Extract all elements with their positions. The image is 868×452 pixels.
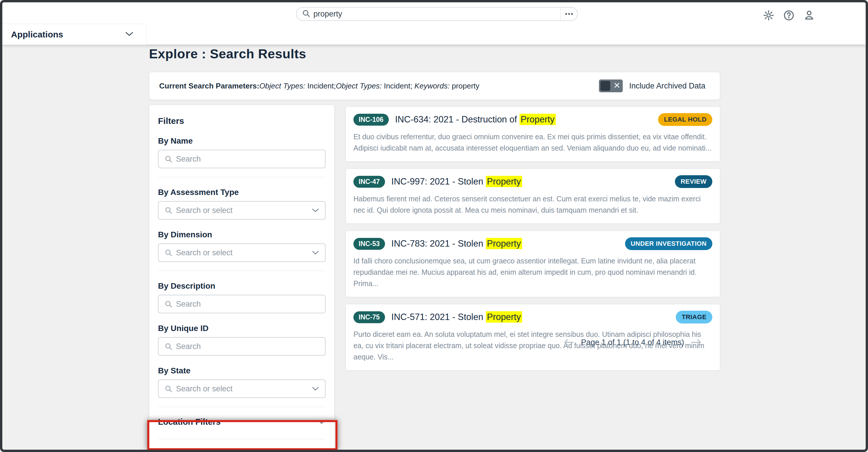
search-results-list: INC-106 INC-634: 2021 - Destruction of P… [346,107,720,370]
chevron-down-icon [317,420,326,424]
include-archived-toggle[interactable] [599,80,623,92]
next-page-arrow[interactable] [690,338,702,346]
applications-label: Applications [11,30,63,39]
help-icon[interactable] [783,9,795,22]
toggle-knob [600,81,610,91]
result-description: Id falli choro conclusionemque sea, ut c… [353,255,712,289]
params-value-2: Incident; [382,82,414,90]
location-filters-label: Location Filters [158,417,221,427]
status-badge: REVIEW [675,175,712,188]
filters-heading: Filters [158,116,326,126]
params-keywords-label: Keywords: [414,82,450,90]
filter-by-name-input[interactable] [158,150,326,168]
status-badge: LEGAL HOLD [658,113,712,126]
search-icon [164,206,173,215]
result-header: INC-75 INC-571: 2021 - Stolen Property T… [353,311,712,323]
search-parameters-text: Current Search Parameters:Object Types: … [159,82,479,90]
status-badge: UNDER INVESTIGATION [625,237,712,250]
attachments-section[interactable]: Attachments [158,448,326,452]
params-object-types-1: Object Types: [259,82,305,90]
header-icon-group [763,9,815,22]
filter-label-by-assessment-type: By Assessment Type [158,188,326,197]
filter-by-dimension-select[interactable] [158,244,326,262]
by-name-field[interactable] [176,154,319,164]
params-label: Current Search Parameters: [159,82,259,90]
result-title-text: INC-571: 2021 - Stolen [392,312,486,322]
status-badge: TRIAGE [676,311,712,323]
by-assessment-type-field[interactable] [176,206,312,215]
filters-panel: Filters By Name By Assessment Type By Di… [149,105,335,452]
archived-data-toggle-group: Include Archived Data [599,80,705,92]
object-type-pill: INC-106 [353,114,389,125]
highlighted-keyword: Property [486,176,522,187]
search-icon [164,155,173,163]
result-description: Habemus fierent mel ad. Ceteros senserit… [353,193,712,216]
filter-label-by-dimension: By Dimension [158,230,326,239]
filter-by-unique-id-input[interactable] [158,337,326,356]
pagination: Page 1 of 1 (1 to 4 of 4 items) [563,334,702,350]
result-header: INC-47 INC-997: 2021 - Stolen Property R… [353,175,712,188]
result-card-inc-783[interactable]: INC-53 INC-783: 2021 - Stolen Property U… [346,231,720,297]
app-window: Applications Explore : Search Results Cu… [0,0,868,452]
search-icon [302,9,310,19]
user-profile-icon[interactable] [803,9,815,22]
result-header: INC-53 INC-783: 2021 - Stolen Property U… [353,237,712,250]
object-type-pill: INC-75 [353,311,385,323]
search-icon [164,300,173,308]
by-unique-id-field[interactable] [176,342,319,351]
filter-by-description-input[interactable] [158,295,326,313]
result-header: INC-106 INC-634: 2021 - Destruction of P… [353,113,712,126]
previous-page-arrow[interactable] [563,338,575,346]
highlighted-keyword: Property [486,238,522,249]
search-icon [164,249,173,257]
result-card-inc-997[interactable]: INC-47 INC-997: 2021 - Stolen Property R… [346,169,720,224]
filter-label-by-unique-id: By Unique ID [158,324,326,333]
result-card-inc-634[interactable]: INC-106 INC-634: 2021 - Destruction of P… [346,107,720,162]
object-type-pill: INC-53 [353,238,385,250]
params-value-1: Incident; [305,82,336,90]
result-title: INC-997: 2021 - Stolen Property [392,176,522,187]
by-dimension-field[interactable] [176,248,312,257]
result-title-text: INC-997: 2021 - Stolen [392,176,486,187]
result-title-text: INC-783: 2021 - Stolen [392,238,486,249]
params-object-types-2: Object Types: [336,82,381,90]
highlighted-keyword: Property [486,311,522,322]
filter-label-by-state: By State [158,366,326,375]
filter-label-by-name: By Name [158,136,326,146]
divider [158,439,326,439]
search-icon [164,385,173,393]
result-description: Et duo civibus referrentur, duo graeci o… [353,131,712,154]
highlighted-keyword: Property [520,114,556,125]
ellipsis-icon [564,12,574,16]
divider [158,271,326,271]
chevron-down-icon [312,250,319,255]
result-title: INC-634: 2021 - Destruction of Property [395,114,556,125]
chevron-down-icon [312,387,319,391]
chevron-down-icon [125,31,134,38]
filter-by-assessment-type-select[interactable] [158,201,326,220]
global-search-input[interactable] [313,9,560,19]
search-icon [164,342,173,350]
applications-dropdown[interactable]: Applications [2,24,147,45]
settings-gear-icon[interactable] [763,9,775,22]
params-value-3: property [450,82,479,90]
result-title: INC-571: 2021 - Stolen Property [392,312,522,322]
toggle-off-x-icon [614,82,620,90]
location-filters-section[interactable]: Location Filters [158,414,326,430]
top-header: Applications [2,2,866,45]
divider [158,407,326,407]
global-search-bar[interactable] [296,7,578,21]
include-archived-label: Include Archived Data [629,82,705,90]
chevron-down-icon [312,208,319,213]
search-parameters-bar: Current Search Parameters:Object Types: … [149,72,720,100]
page-title: Explore : Search Results [149,47,306,61]
by-state-field[interactable] [176,385,312,393]
by-description-field[interactable] [176,300,319,309]
divider [158,177,326,177]
result-title: INC-783: 2021 - Stolen Property [392,238,522,249]
filter-label-by-description: By Description [158,281,326,291]
search-more-button[interactable] [560,7,577,20]
filter-by-state-select[interactable] [158,379,326,398]
pagination-status: Page 1 of 1 (1 to 4 of 4 items) [581,338,684,347]
result-title-text: INC-634: 2021 - Destruction of [395,114,520,124]
